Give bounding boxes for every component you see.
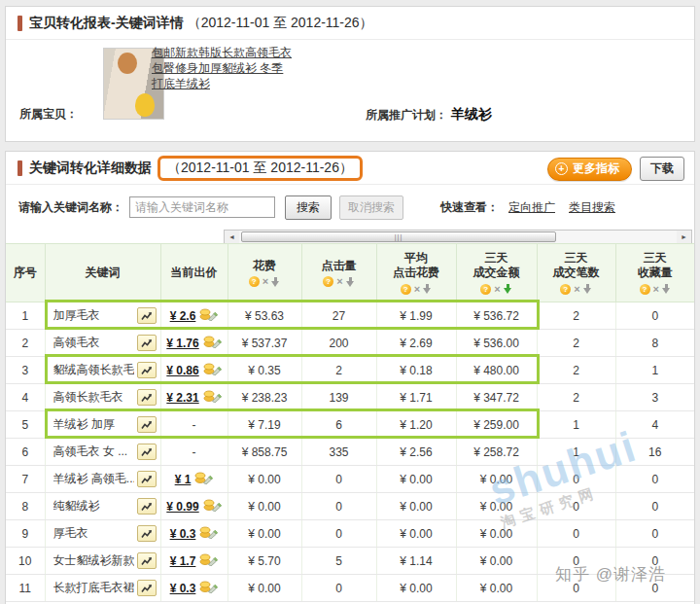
scroll-right-icon[interactable]: ► [677,231,691,243]
bid-link[interactable]: ¥ 2.31 [166,391,198,405]
product-link-line[interactable]: 包臀修身加厚貂绒衫 冬季 [152,60,336,76]
keyword-text: 高领毛衣 [53,335,100,351]
sort-down-icon[interactable] [662,284,671,294]
cost-cell: ¥ 858.75 [228,439,301,466]
current-bid-cell: ¥ 0.3 [160,520,228,548]
keyword-trend-icon[interactable] [137,444,157,460]
scrollbar-track[interactable]: ||| [239,231,677,243]
keyword-trend-icon[interactable] [137,552,157,569]
sort-down-icon[interactable] [271,277,280,287]
edit-bid-icon[interactable] [201,389,222,406]
quick-link-category-search[interactable]: 类目搜索 [569,199,615,216]
deal-amount-cell: ¥ 480.00 [456,357,537,384]
sort-down-icon[interactable] [346,277,355,287]
remove-column-icon[interactable]: × [262,276,268,287]
clicks-cell: 6 [301,411,376,439]
cancel-search-button[interactable]: 取消搜索 [339,195,403,220]
column-header-7[interactable]: 三天成交笔数?× [537,244,615,302]
remove-column-icon[interactable]: × [653,284,659,295]
scrollbar-grip-icon: ||| [395,233,402,240]
column-header-5[interactable]: 平均点击花费?× [376,244,456,302]
help-icon[interactable]: ? [480,284,491,295]
edit-bid-icon[interactable] [201,362,222,378]
edit-bid-icon[interactable] [197,525,218,542]
current-bid-cell: - [160,439,228,466]
keyword-cell: 高领毛衣 女 ... [45,439,160,466]
help-icon[interactable]: ? [640,284,650,295]
bid-link[interactable]: ¥ 1 [175,473,192,486]
sort-down-icon[interactable] [504,284,512,294]
keyword-trend-icon[interactable] [137,525,157,542]
keyword-trend-icon[interactable] [137,335,157,351]
column-header-4[interactable]: 点击量?× [301,244,376,302]
download-button[interactable]: 下载 [640,157,684,181]
deal-count-cell: 2 [537,302,615,330]
horizontal-scrollbar[interactable]: ◄ ||| ► [224,230,692,244]
table-header-row: 序号关键词当前出价花费?×点击量?×平均点击花费?×三天成交金额?×三天成交笔数… [6,244,694,302]
help-icon[interactable]: ? [323,276,333,287]
keyword-text: 貂绒高领长款毛... [53,362,134,378]
table-row: 10女士貂绒衫新款¥ 1.7¥ 5.705¥ 1.14¥ 0.0000 [6,548,694,575]
keyword-trend-icon[interactable] [137,471,157,487]
keyword-trend-icon[interactable] [137,362,157,378]
section-bullet-icon [18,160,22,176]
bid-link[interactable]: ¥ 0.3 [170,527,196,541]
column-header-8[interactable]: 三天收藏量?× [615,244,694,302]
edit-bid-icon[interactable] [192,471,213,487]
column-header-3[interactable]: 花费?× [228,244,301,302]
bid-link[interactable]: ¥ 1.7 [170,554,196,568]
quick-link-targeted-promo[interactable]: 定向推广 [508,199,555,216]
keyword-trend-icon[interactable] [137,389,157,406]
cost-cell: ¥ 0.00 [228,575,301,602]
bid-link[interactable]: ¥ 1.76 [166,337,198,350]
row-number: 2 [6,330,45,357]
edit-bid-icon[interactable] [197,580,218,596]
keyword-trend-icon[interactable] [137,498,157,515]
help-icon[interactable]: ? [401,284,411,295]
more-metrics-button[interactable]: + 更多指标 [547,158,632,181]
sort-down-icon[interactable] [583,284,592,294]
table-row: 1加厚毛衣¥ 2.6¥ 53.6327¥ 1.99¥ 536.7220 [6,302,694,330]
table-row: 4高领长款毛衣¥ 2.31¥ 238.23139¥ 1.71¥ 347.7223 [6,384,694,411]
bid-link[interactable]: ¥ 0.86 [166,364,198,377]
deal-count-cell: 0 [537,520,615,548]
product-link[interactable]: 包邮新款韩版长款高领毛衣包臀修身加厚貂绒衫 冬季打底羊绒衫 [152,45,336,91]
keyword-trend-icon[interactable] [137,580,157,596]
remove-column-icon[interactable]: × [414,284,420,295]
bid-link[interactable]: ¥ 2.6 [170,309,196,323]
sort-down-icon[interactable] [423,284,432,294]
edit-bid-icon[interactable] [197,552,218,569]
plan-label: 所属推广计划： [366,108,447,122]
product-link-line[interactable]: 打底羊绒衫 [152,76,336,91]
column-header-6[interactable]: 三天成交金额?× [456,244,537,302]
keyword-input-label: 请输入关键词名称： [18,199,123,216]
avg-click-cost-cell: ¥ 0.00 [376,575,456,602]
cost-cell: ¥ 238.23 [228,384,301,411]
keyword-trend-icon[interactable] [137,307,157,324]
remove-column-icon[interactable]: × [494,284,500,295]
current-bid-cell: ¥ 2.6 [160,302,228,330]
keyword-trend-icon[interactable] [137,416,157,433]
edit-bid-icon[interactable] [201,498,222,515]
row-number: 10 [6,548,45,575]
help-icon[interactable]: ? [560,284,571,295]
cost-cell: ¥ 0.00 [228,493,301,520]
scroll-left-icon[interactable]: ◄ [225,231,239,243]
product-link-line[interactable]: 包邮新款韩版长款高领毛衣 [152,45,336,60]
table-row: 6高领毛衣 女 ...-¥ 858.75335¥ 2.56¥ 258.72116 [6,439,694,466]
cost-cell: ¥ 0.00 [228,520,301,548]
bid-link[interactable]: ¥ 0.99 [166,500,198,514]
remove-column-icon[interactable]: × [574,284,579,295]
bid-link[interactable]: ¥ 0.3 [170,582,196,595]
deal-amount-cell: ¥ 0.00 [456,548,537,575]
help-icon[interactable]: ? [249,276,260,287]
cost-cell: ¥ 53.63 [228,302,301,330]
avg-click-cost-cell: ¥ 1.99 [376,302,456,330]
remove-column-icon[interactable]: × [336,276,342,287]
scrollbar-thumb[interactable]: ||| [241,231,556,242]
cost-cell: ¥ 5.70 [228,548,301,575]
keyword-search-input[interactable] [129,196,275,218]
search-button[interactable]: 搜索 [285,195,332,220]
edit-bid-icon[interactable] [197,307,218,324]
edit-bid-icon[interactable] [201,335,222,351]
